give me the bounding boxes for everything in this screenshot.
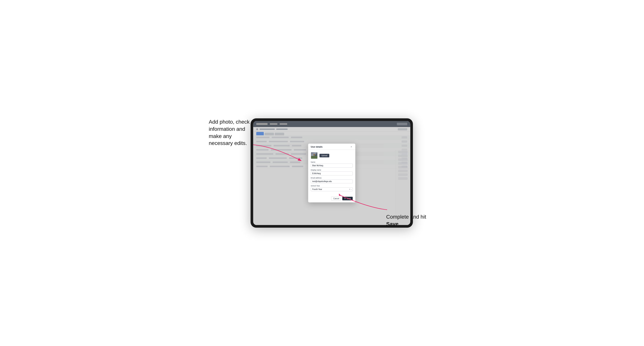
name-input[interactable] xyxy=(311,164,353,168)
person-silhouette xyxy=(311,152,318,159)
save-button[interactable]: ⬆ Save xyxy=(342,197,353,200)
save-icon: ⬆ xyxy=(344,198,346,199)
tablet-frame: User details × Upload xyxy=(251,118,413,228)
photo-section: Upload xyxy=(311,152,353,159)
email-input[interactable] xyxy=(311,179,353,183)
modal-overlay: User details × Upload xyxy=(253,121,410,225)
tablet-screen: User details × Upload xyxy=(253,121,410,225)
modal-body: Upload Name Display name xyxy=(308,150,356,195)
scene: Add photo, check information and make an… xyxy=(209,107,435,239)
cancel-button[interactable]: Cancel xyxy=(331,196,341,200)
modal-header: User details × xyxy=(308,144,356,150)
school-year-label: School Year xyxy=(311,185,353,187)
school-year-wrapper: Fourth Year First Year Second Year Third… xyxy=(311,187,353,191)
annotation-bottom-right: Complete and hit Save. xyxy=(386,213,435,228)
email-field-group: Email address xyxy=(311,177,353,183)
display-name-input[interactable] xyxy=(311,172,353,175)
email-label: Email address xyxy=(311,177,353,179)
annotation-top-left: Add photo, check information and make an… xyxy=(209,118,252,147)
name-field-group: Name xyxy=(311,161,353,168)
user-details-modal: User details × Upload xyxy=(308,144,356,202)
photo-image xyxy=(311,152,318,159)
school-year-select[interactable]: Fourth Year First Year Second Year Third… xyxy=(311,187,353,191)
display-name-label: Display name xyxy=(311,169,353,171)
close-button[interactable]: × xyxy=(350,146,353,148)
name-label: Name xyxy=(311,161,353,163)
upload-button[interactable]: Upload xyxy=(320,154,329,157)
modal-footer: Cancel ⬆ Save xyxy=(308,195,356,202)
photo-thumbnail xyxy=(311,152,318,159)
modal-title: User details xyxy=(311,146,322,148)
school-year-field-group: School Year Fourth Year First Year Secon… xyxy=(311,185,353,191)
display-name-field-group: Display name xyxy=(311,169,353,175)
